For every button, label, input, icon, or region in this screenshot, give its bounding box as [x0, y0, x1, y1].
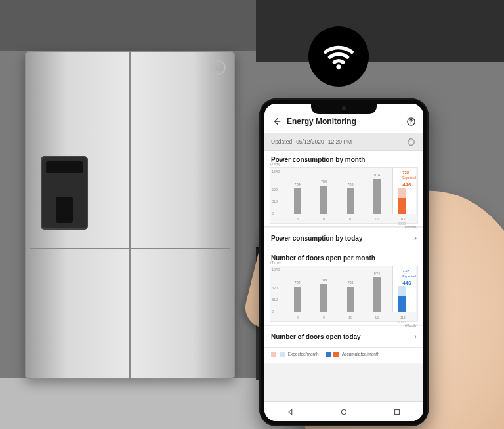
smartphone: Energy Monitoring Updated 05/12/2020 12:… [259, 98, 429, 426]
kitchen-scene: LG Energy Monitoring [0, 0, 504, 429]
legend-accum-label: Accumulated/month [342, 352, 379, 356]
legend-swatch-expected-b [280, 352, 285, 357]
legend-expected-label: Expected/month [288, 352, 319, 356]
chart-legend: Expected/month Accumulated/month [264, 348, 423, 363]
refresh-icon[interactable] [405, 136, 417, 148]
power-by-month-section: Power consumption by month (kWh)(Month)0… [264, 151, 423, 227]
cabinet [256, 0, 504, 62]
updated-time: 12:20 PM [328, 138, 352, 145]
power-today-section: Power consumption by today › [264, 227, 423, 249]
legend-swatch-accum-b [333, 352, 339, 357]
svg-point-2 [410, 123, 411, 124]
power-by-month-title: Power consumption by month [264, 151, 423, 167]
legend-swatch-accum-a [326, 352, 331, 357]
doors-by-month-chart: (Time)(Month)031062012408910111212020732… [270, 266, 418, 322]
chevron-right-icon: › [414, 332, 417, 341]
doors-today-label: Number of doors open today [271, 333, 361, 340]
phone-screen: Energy Monitoring Updated 05/12/2020 12:… [264, 104, 423, 421]
android-navbar [264, 401, 423, 421]
svg-point-3 [341, 409, 346, 414]
doors-by-month-title: Number of doors open per month [264, 249, 423, 266]
power-today-link[interactable]: Power consumption by today › [264, 227, 423, 249]
legend-swatch-expected-a [271, 352, 276, 357]
power-by-month-chart: (kWh)(Month)031062012408910111212020732E… [270, 167, 418, 224]
doors-today-link[interactable]: Number of doors open today › [264, 325, 423, 347]
chevron-right-icon: › [414, 234, 417, 243]
page-title: Energy Monitoring [287, 117, 401, 126]
svg-rect-4 [394, 409, 399, 414]
nav-back-icon[interactable] [286, 407, 295, 417]
refrigerator: LG [25, 51, 235, 379]
phone-notch [311, 104, 377, 114]
back-icon[interactable] [271, 115, 283, 127]
power-today-label: Power consumption by today [271, 235, 362, 242]
lg-logo: LG [211, 60, 226, 75]
doors-today-section: Number of doors open today › [264, 325, 423, 348]
updated-date: 05/12/2020 [296, 138, 324, 145]
nav-home-icon[interactable] [339, 407, 348, 417]
doors-by-month-section: Number of doors open per month (Time)(Mo… [264, 249, 423, 325]
help-icon[interactable] [405, 115, 417, 127]
nav-recents-icon[interactable] [392, 407, 402, 417]
water-dispenser [41, 156, 88, 230]
updated-label: Updated [271, 138, 292, 145]
svg-point-0 [336, 64, 341, 69]
updated-row: Updated 05/12/2020 12:20 PM [264, 133, 423, 151]
wifi-icon [308, 26, 369, 87]
